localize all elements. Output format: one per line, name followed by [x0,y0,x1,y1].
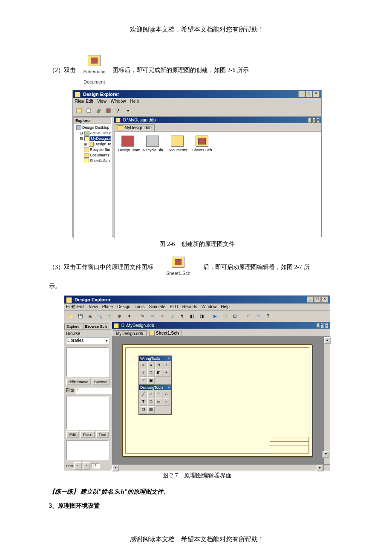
wiring-tools-palette[interactable]: WiringTools × ≈ ≡ N ⊥ ⏚ □ ◧ [138,356,172,386]
toolbar-button[interactable]: ✕ [158,312,167,320]
wiring-tool-button[interactable]: ≡ [147,362,155,369]
inner-close-button[interactable]: × [317,118,320,123]
nav-next-button[interactable]: › [83,462,90,470]
drawing-tool-button[interactable]: ○ [163,399,170,406]
close-button[interactable]: × [321,296,328,303]
tree-documents[interactable]: Documents [75,153,110,158]
wiring-tool-button[interactable]: + [163,370,170,377]
drawing-tool-button[interactable]: A [163,391,170,398]
nav-prev-button[interactable]: ‹ [74,462,82,470]
wiring-tool-button[interactable]: ✕ [140,377,147,384]
maximize-button[interactable]: □ [306,91,312,97]
toolbar-button[interactable]: ◨ [197,312,206,320]
parts-listbox[interactable] [66,396,109,430]
menu-design[interactable]: Design [117,304,130,310]
drawing-tools-palette[interactable]: DrawingTools × ╱ ⟋ ◠ A T □ ▭ [138,384,172,415]
wiring-tool-button[interactable]: ◧ [155,370,162,377]
menu-view[interactable]: View [97,98,107,105]
float-close-icon[interactable]: × [168,356,170,361]
menu-edit[interactable]: Edit [86,98,93,105]
scroll-up-button[interactable]: ▴ [324,337,331,344]
menu-tools[interactable]: Tools [135,304,144,310]
wiring-tool-button[interactable]: □ [147,370,155,377]
menu-reports[interactable]: Reports [182,304,197,310]
float-close-icon[interactable]: × [168,385,170,390]
toolbar-button[interactable]: ▶ [211,312,219,320]
inner-maximize-button[interactable]: □ [321,323,324,328]
inner-maximize-button[interactable]: □ [312,118,315,123]
file-documents[interactable]: Documents [167,136,187,152]
file-recycle-bin[interactable]: Recycle Bin [143,136,162,152]
menu-help[interactable]: Help [130,98,139,105]
wiring-tool-button[interactable]: ⏚ [140,370,147,377]
browse-sch-tab[interactable]: Browse Sch [83,324,110,329]
toolbar-button[interactable]: ↶ [244,312,253,320]
menu-edit[interactable]: Edit [77,304,84,310]
menu-pld[interactable]: PLD [170,304,178,310]
toolbar-button[interactable]: ? [114,107,122,115]
drawing-tool-button[interactable]: □ [147,399,155,406]
browse-button[interactable]: Browse [92,379,110,385]
toolbar-button[interactable]: 🖨 [86,312,94,320]
menu-view[interactable]: View [89,304,98,310]
menu-simulate[interactable]: Simulate [149,304,165,310]
tree-mydesign[interactable]: ⊟ MyDesign.ddb [75,136,110,142]
toolbar-button[interactable] [104,107,112,115]
toolbar-button[interactable]: ↷ [254,312,262,320]
explorer-tab[interactable]: Explorer [74,118,111,124]
tree-design-desktop[interactable]: Design Desktop [75,125,110,130]
libraries-listbox[interactable] [66,347,109,377]
horizontal-scrollbar[interactable]: ◂ ▸ [112,464,330,471]
edit-button[interactable]: Edit [66,431,79,438]
menu-place[interactable]: Place [102,304,113,310]
toolbar-button[interactable] [75,107,83,115]
drawing-tool-button[interactable]: ◠ [155,391,162,398]
scroll-right-button[interactable]: ▸ [317,465,323,471]
drawing-tool-button[interactable]: T [140,399,147,406]
toolbar-button[interactable]: 🔍 [95,312,104,320]
menu-window[interactable]: Window [111,98,126,105]
tree-design-team[interactable]: ⊞ Design Team [75,142,110,147]
tree-sheet1[interactable]: Sheet1.Sch [75,158,110,164]
minimize-button[interactable]: _ [298,91,305,97]
add-remove-button[interactable]: dd/Remove [66,379,91,385]
toolbar-button[interactable]: ▾ [125,312,133,320]
toolbar-button[interactable]: ? [264,312,272,320]
toolbar-button[interactable]: 💾 [76,312,84,320]
drawing-tool-button[interactable]: ⟋ [147,391,155,398]
menu-help[interactable]: Help [221,304,230,310]
toolbar-button[interactable]: ⬡ [221,312,229,320]
libraries-dropdown[interactable]: Libraries ▾ [66,337,109,344]
tab-mydesign-ddb[interactable]: MyDesign.ddb [113,330,146,336]
drawing-tool-button[interactable]: ◔ [140,406,147,413]
inner-minimize-button[interactable]: _ [317,323,320,328]
minimize-button[interactable]: _ [307,296,314,303]
toolbar-button[interactable]: ⊕ [115,312,124,320]
toolbar-button[interactable] [94,107,103,115]
schematic-canvas[interactable]: WiringTools × ≈ ≡ N ⊥ ⏚ □ ◧ [112,337,323,464]
inner-close-button[interactable]: × [325,323,328,328]
toolbar-button[interactable] [84,107,93,115]
toolbar-button[interactable]: ◧ [187,312,196,320]
find-button[interactable]: Find [96,431,109,438]
scroll-left-button[interactable]: ◂ [112,465,119,471]
tab-sheet1-sch[interactable]: Sheet1.Sch [146,330,182,336]
wiring-tool-button[interactable]: ▣ [147,377,155,384]
tree-recycle-bin[interactable]: Recycle Bin [75,147,110,153]
toolbar-button[interactable]: ↯ [178,312,186,320]
menu-window[interactable]: Window [202,304,217,310]
system-menu-icon[interactable]: ⊞ [81,98,84,105]
toolbar-button[interactable]: □ [168,312,176,320]
toolbar-button[interactable]: 📁 [66,312,75,320]
drawing-tool-button[interactable]: ▨ [147,406,155,413]
inner-minimize-button[interactable]: _ [308,118,311,123]
system-menu-icon[interactable]: ⊞ [72,304,75,310]
maximize-button[interactable]: □ [314,296,321,303]
file-design-team[interactable]: Design Team [118,136,138,152]
tab-mydesign[interactable]: MyDesign.ddb [115,124,155,131]
wiring-tool-button[interactable]: ⊥ [163,362,170,369]
place-button[interactable]: Place [80,431,95,438]
tree-active-design-stations[interactable]: ⊟ Active Design Stations [75,130,110,136]
close-button[interactable]: × [313,91,320,97]
scroll-down-button[interactable]: ▾ [323,451,329,458]
